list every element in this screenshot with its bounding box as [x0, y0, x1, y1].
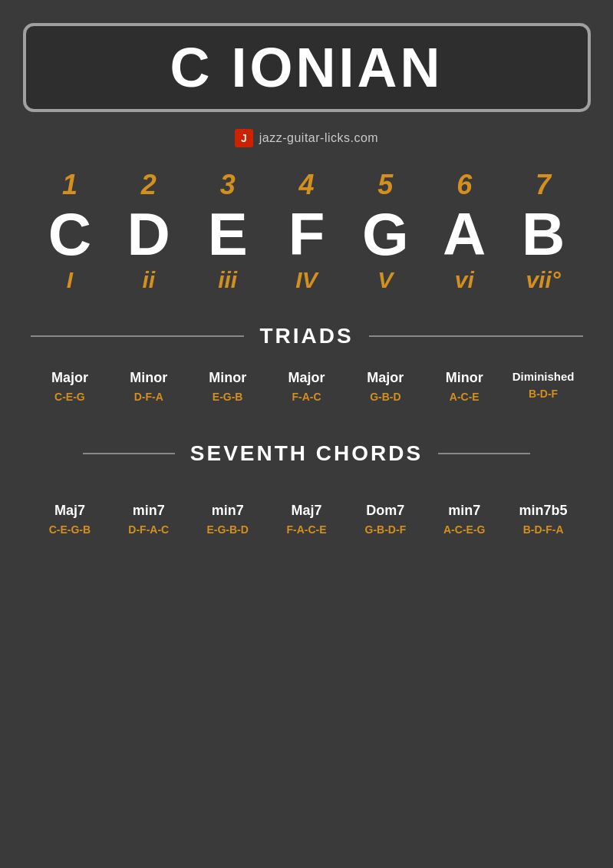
degree-1: 1 — [31, 169, 110, 201]
roman-I: I — [31, 267, 110, 293]
degree-4: 4 — [267, 169, 346, 201]
triad-7: Diminished B-D-F — [504, 370, 583, 403]
seventh-7: min7b5 B-D-F-A — [504, 503, 583, 536]
roman-iii: iii — [188, 267, 267, 293]
triads-grid: Major C-E-G Minor D-F-A Minor E-G-B Majo… — [31, 370, 583, 403]
triads-title: TRIADS — [259, 324, 353, 348]
seventh-left-line — [83, 453, 175, 454]
seventh-grid: Maj7 C-E-G-B min7 D-F-A-C min7 E-G-B-D M… — [31, 503, 583, 536]
brand: J jazz-guitar-licks.com — [235, 129, 378, 147]
note-G: G — [346, 204, 425, 264]
seventh-title: SEVENTH CHORDS — [190, 441, 423, 466]
degree-2: 2 — [109, 169, 188, 201]
triad-5: Major G-B-D — [346, 370, 425, 403]
seventh-section-header: SEVENTH CHORDS — [31, 441, 583, 466]
note-D: D — [109, 204, 188, 264]
degree-5: 5 — [346, 169, 425, 201]
roman-V: V — [346, 267, 425, 293]
seventh-2: min7 D-F-A-C — [109, 503, 188, 536]
notes-row: C D E F G A B — [31, 204, 583, 264]
note-A: A — [425, 204, 504, 264]
seventh-right-line — [438, 453, 530, 454]
note-B: B — [504, 204, 583, 264]
degree-6: 6 — [425, 169, 504, 201]
brand-logo: J — [235, 129, 253, 147]
roman-IV: IV — [267, 267, 346, 293]
triad-1: Major C-E-G — [31, 370, 110, 403]
roman-row: I ii iii IV V vi vii° — [31, 267, 583, 293]
roman-viidim: vii° — [504, 267, 583, 293]
seventh-4: Maj7 F-A-C-E — [267, 503, 346, 536]
seventh-5: Dom7 G-B-D-F — [346, 503, 425, 536]
degree-3: 3 — [188, 169, 267, 201]
triads-left-line — [31, 335, 245, 337]
roman-vi: vi — [425, 267, 504, 293]
triad-2: Minor D-F-A — [109, 370, 188, 403]
seventh-6: min7 A-C-E-G — [425, 503, 504, 536]
triad-4: Major F-A-C — [267, 370, 346, 403]
note-C: C — [31, 204, 110, 264]
degree-7: 7 — [504, 169, 583, 201]
triad-3: Minor E-G-B — [188, 370, 267, 403]
seventh-3: min7 E-G-B-D — [188, 503, 267, 536]
triad-6: Minor A-C-E — [425, 370, 504, 403]
triads-section-header: TRIADS — [31, 324, 583, 348]
title-box: C IONIAN — [23, 23, 591, 112]
note-E: E — [188, 204, 267, 264]
roman-ii: ii — [109, 267, 188, 293]
seventh-1: Maj7 C-E-G-B — [31, 503, 110, 536]
page-title: C IONIAN — [49, 40, 565, 95]
triads-right-line — [369, 335, 583, 337]
brand-website: jazz-guitar-licks.com — [259, 131, 378, 145]
note-F: F — [267, 204, 346, 264]
degrees-row: 1 2 3 4 5 6 7 — [31, 169, 583, 201]
